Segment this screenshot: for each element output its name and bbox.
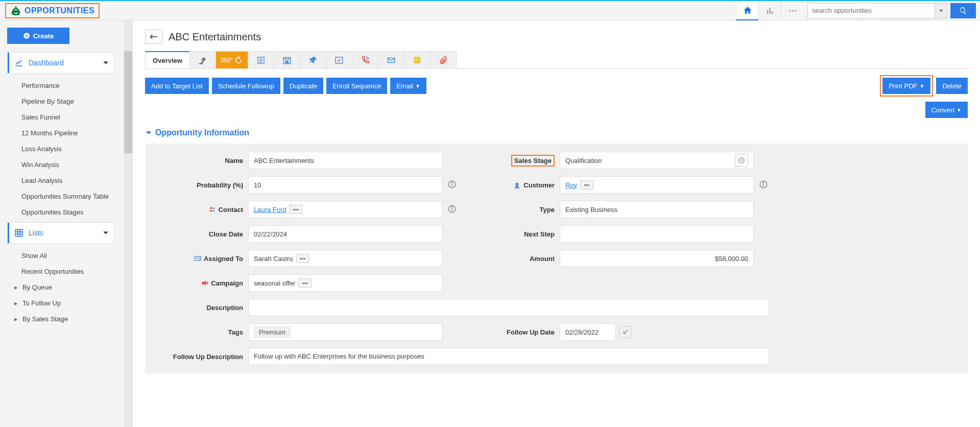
caret-down-icon: ▼ bbox=[920, 83, 925, 89]
sidebar-scrollbar-track[interactable] bbox=[124, 20, 133, 427]
charts-nav-button[interactable] bbox=[758, 1, 781, 20]
schedule-followup-button[interactable]: Schedule Followup bbox=[212, 78, 280, 94]
sidebar-item-sales-funnel[interactable]: Sales Funnel bbox=[7, 109, 114, 125]
tab-pin[interactable] bbox=[300, 51, 326, 68]
sidebar-lists-header[interactable]: Lists bbox=[8, 223, 114, 243]
home-nav-button[interactable] bbox=[736, 1, 758, 20]
value-follow-up-description[interactable]: Follow up with ABC Enterprises for the b… bbox=[248, 348, 769, 365]
search-input[interactable] bbox=[807, 3, 935, 18]
section-header-opportunity-info[interactable]: Opportunity Information bbox=[145, 128, 968, 137]
search-button[interactable] bbox=[950, 3, 976, 18]
add-to-target-list-button[interactable]: Add to Target List bbox=[145, 78, 209, 94]
sidebar-dashboard-title: Dashboard bbox=[29, 59, 64, 67]
sidebar-item-performance[interactable]: Performance bbox=[7, 78, 114, 93]
delete-button[interactable]: Delete bbox=[936, 78, 968, 94]
tab-360[interactable]: 360° bbox=[216, 51, 248, 68]
sidebar-item-lead-analysis[interactable]: Lead Analysis bbox=[7, 173, 114, 188]
duplicate-button[interactable]: Duplicate bbox=[283, 78, 323, 94]
sidebar-item-label: Opportunities Stages bbox=[21, 208, 83, 216]
money-bag-icon bbox=[10, 5, 21, 16]
label-text: Customer bbox=[523, 181, 555, 189]
sidebar-item-label: Pipeline By Stage bbox=[21, 98, 74, 105]
value-assigned-to[interactable]: Sarah Castro ••• bbox=[248, 250, 442, 267]
tab-call[interactable] bbox=[352, 51, 378, 68]
field-text: seasonal offer bbox=[254, 279, 295, 287]
sidebar-item-by-sales-stage[interactable]: ▸By Sales Stage bbox=[7, 311, 114, 327]
follow-up-done-checkbox[interactable] bbox=[619, 326, 631, 338]
value-name[interactable]: ABC Entertainments bbox=[248, 152, 442, 169]
search-scope-dropdown[interactable] bbox=[935, 3, 947, 18]
value-description[interactable] bbox=[248, 299, 769, 316]
value-sales-stage[interactable]: Qualification bbox=[560, 152, 754, 169]
value-amount[interactable]: $58,000.00 bbox=[560, 250, 754, 267]
sidebar-section-lists: Lists bbox=[7, 222, 114, 244]
sidebar: Create Dashboard Performance Pipeline By… bbox=[0, 20, 133, 427]
label-text: Assigned To bbox=[204, 255, 243, 263]
svg-rect-17 bbox=[336, 57, 343, 63]
value-next-step[interactable] bbox=[560, 225, 754, 243]
campaign-more-button[interactable]: ••• bbox=[298, 278, 312, 288]
create-button[interactable]: Create bbox=[7, 28, 69, 44]
tab-notes[interactable] bbox=[248, 51, 274, 68]
value-follow-up-date[interactable]: 02/28/2022 bbox=[560, 323, 616, 341]
more-nav-button[interactable] bbox=[781, 1, 803, 20]
tab-task[interactable] bbox=[326, 51, 352, 68]
button-label: Delete bbox=[942, 82, 962, 90]
customer-link[interactable]: Roy bbox=[565, 181, 577, 189]
value-close-date[interactable]: 02/22/2024 bbox=[248, 225, 442, 243]
history-button[interactable] bbox=[735, 154, 748, 167]
check-icon bbox=[622, 328, 629, 336]
tab-sticky-note[interactable] bbox=[404, 51, 431, 68]
contact-more-button[interactable]: ••• bbox=[290, 205, 303, 214]
value-tags[interactable]: Premium bbox=[248, 323, 442, 341]
tab-overview[interactable]: Overview bbox=[145, 51, 190, 68]
tag-chip[interactable]: Premium bbox=[254, 326, 291, 338]
tab-email[interactable] bbox=[378, 51, 404, 68]
sidebar-item-opportunities-stages[interactable]: Opportunities Stages bbox=[7, 204, 114, 220]
info-icon[interactable] bbox=[447, 180, 457, 189]
sidebar-item-show-all[interactable]: Show All bbox=[7, 248, 114, 264]
form-panel: Name ABC Entertainments Sales Stage Qual… bbox=[145, 144, 968, 373]
sidebar-item-opportunities-summary-table[interactable]: Opportunities Summary Table bbox=[7, 188, 114, 204]
grid-icon bbox=[14, 228, 23, 238]
sidebar-item-recent-opportunities[interactable]: Recent Opportunities bbox=[7, 264, 114, 279]
notes-icon bbox=[256, 56, 266, 65]
back-button[interactable] bbox=[145, 30, 162, 44]
sidebar-dashboard-header[interactable]: Dashboard bbox=[8, 53, 114, 73]
email-button[interactable]: Email▼ bbox=[390, 78, 426, 94]
enroll-sequence-button[interactable]: Enroll Sequence bbox=[326, 78, 387, 94]
button-label: Email bbox=[396, 82, 413, 90]
convert-button[interactable]: Convert▼ bbox=[925, 102, 968, 118]
assigned-more-button[interactable]: ••• bbox=[296, 254, 309, 263]
label-probability: Probability (%) bbox=[151, 181, 243, 189]
label-next-step: Next Step bbox=[463, 230, 555, 238]
value-customer[interactable]: Roy ••• bbox=[560, 176, 754, 194]
info-icon[interactable] bbox=[447, 204, 457, 214]
sidebar-item-12-months-pipeline[interactable]: 12 Months Pipeline bbox=[7, 125, 114, 141]
sidebar-item-loss-analysis[interactable]: Loss Analysis bbox=[7, 141, 114, 157]
label-campaign: Campaign bbox=[151, 279, 243, 287]
create-button-label: Create bbox=[33, 32, 54, 40]
info-icon[interactable] bbox=[759, 180, 768, 189]
value-type[interactable]: Existing Business bbox=[560, 201, 754, 218]
sidebar-scrollbar-thumb[interactable] bbox=[124, 51, 132, 153]
tab-gavel[interactable] bbox=[189, 51, 216, 68]
sidebar-item-label: Sales Funnel bbox=[21, 113, 60, 121]
sidebar-item-label: Win Analysis bbox=[21, 161, 59, 169]
convert-row: Convert▼ bbox=[145, 102, 968, 118]
sidebar-item-win-analysis[interactable]: Win Analysis bbox=[7, 157, 114, 173]
sidebar-item-pipeline-by-stage[interactable]: Pipeline By Stage bbox=[7, 93, 114, 109]
print-pdf-button[interactable]: Print PDF▼ bbox=[882, 78, 930, 94]
sidebar-item-by-queue[interactable]: ▸By Queue bbox=[7, 279, 114, 295]
sidebar-item-to-follow-up[interactable]: ▸To Follow Up bbox=[7, 295, 114, 311]
expand-caret-icon: ▸ bbox=[14, 299, 19, 307]
value-contact[interactable]: Laura Ford ••• bbox=[248, 201, 442, 218]
tab-calendar[interactable]: 31 bbox=[274, 51, 300, 68]
customer-more-button[interactable]: ••• bbox=[580, 180, 593, 189]
tab-attachment[interactable] bbox=[430, 51, 457, 68]
chevron-down-icon bbox=[103, 230, 109, 236]
value-probability[interactable]: 10 bbox=[248, 176, 442, 194]
value-campaign[interactable]: seasonal offer ••• bbox=[248, 274, 442, 292]
contact-link[interactable]: Laura Ford bbox=[254, 206, 286, 214]
refresh-icon bbox=[234, 56, 243, 65]
